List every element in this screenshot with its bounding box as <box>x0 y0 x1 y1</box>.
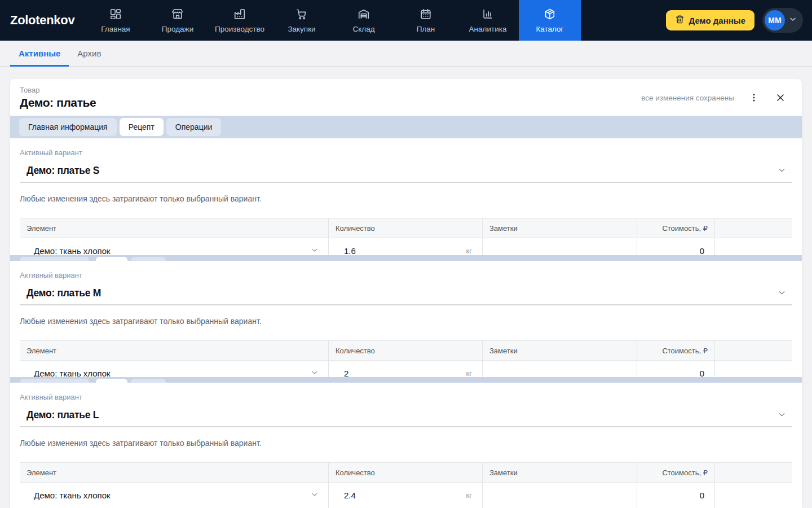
chevron-down-icon <box>777 288 787 297</box>
cost-value: 0 <box>637 361 715 377</box>
nav-item-production[interactable]: Производство <box>209 0 271 41</box>
variant-hint: Любые изменения здесь затрагивают только… <box>20 194 792 203</box>
element-select[interactable]: Демо: ткань хлопок <box>20 238 329 255</box>
row-actions-cell <box>715 238 792 255</box>
col-header-cost: Стоимость, ₽ <box>637 218 715 238</box>
demo-data-button[interactable]: Демо данные <box>666 10 754 30</box>
chevron-down-icon <box>777 165 787 175</box>
quantity-unit: кг <box>466 491 472 500</box>
col-header-quantity: Количество <box>329 340 483 361</box>
tab-recipe[interactable]: Рецепт <box>120 118 164 136</box>
variant-section-s: Активный вариант Демо: платье S Любые из… <box>10 138 802 255</box>
store-icon <box>171 8 184 23</box>
quantity-input[interactable]: 1.6 кг <box>329 238 483 255</box>
variant-hint: Любые изменения здесь затрагивают только… <box>20 439 792 448</box>
quantity-value: 2 <box>344 369 348 377</box>
notes-input[interactable] <box>483 238 637 255</box>
col-header-cost: Стоимость, ₽ <box>637 340 715 361</box>
recipe-table: Элемент Количество Заметки Стоимость, ₽ … <box>20 340 792 377</box>
cart-icon <box>295 8 308 23</box>
variant-select[interactable]: Демо: платье M <box>20 286 792 305</box>
chevron-down-icon <box>310 368 319 377</box>
quantity-input[interactable]: 2.4 кг <box>329 483 483 508</box>
active-variant-caption: Активный вариант <box>20 393 792 401</box>
nav-item-label: Продажи <box>162 25 193 33</box>
product-card-header: Товар Демо: платье все изменения сохране… <box>10 79 802 116</box>
user-menu[interactable]: MM <box>762 8 803 33</box>
col-header-cost: Стоимость, ₽ <box>637 462 715 483</box>
nav-item-label: Закупки <box>288 25 315 33</box>
nav-item-label: Склад <box>352 25 374 33</box>
tab-active-items[interactable]: Активные <box>10 41 69 66</box>
chevron-down-icon <box>310 490 319 501</box>
recipe-table: Элемент Количество Заметки Стоимость, ₽ … <box>20 218 792 255</box>
variant-section-m: Активный вариант Демо: платье M Любые из… <box>10 261 802 377</box>
nav-item-label: Аналитика <box>469 25 507 33</box>
variant-section-l: Активный вариант Демо: платье L Любые из… <box>10 383 802 508</box>
quantity-unit: кг <box>466 369 472 377</box>
notes-input[interactable] <box>483 361 637 377</box>
cost-value: 0 <box>637 238 715 255</box>
main-navigation: Главная Продажи Производство Закупки Скл… <box>85 0 581 41</box>
catalog-tabs: Активные Архив <box>0 41 812 67</box>
saved-status: все изменения сохранены <box>641 94 734 102</box>
col-header-quantity: Количество <box>329 218 483 238</box>
quantity-unit: кг <box>466 247 472 255</box>
stacked-card-edge <box>10 377 802 383</box>
tab-operations[interactable]: Операции <box>166 118 222 136</box>
nav-item-plan[interactable]: План <box>395 0 457 41</box>
nav-item-analytics[interactable]: Аналитика <box>457 0 519 41</box>
quantity-value: 2.4 <box>344 491 356 500</box>
table-row: Демо: ткань хлопок 2 кг 0 <box>20 361 792 377</box>
factory-icon <box>233 8 246 23</box>
nav-item-label: План <box>417 25 435 33</box>
nav-item-label: Каталог <box>536 25 563 33</box>
demo-data-button-label: Демо данные <box>689 16 745 25</box>
nav-item-home[interactable]: Главная <box>85 0 147 41</box>
element-select[interactable]: Демо: ткань хлопок <box>20 361 329 377</box>
tab-main-info[interactable]: Главная информация <box>19 118 117 136</box>
notes-input[interactable] <box>483 483 637 508</box>
chevron-down-icon <box>788 15 797 26</box>
kebab-menu-icon[interactable] <box>748 91 760 104</box>
nav-item-label: Производство <box>215 25 264 33</box>
quantity-input[interactable]: 2 кг <box>329 361 483 377</box>
product-title: Демо: платье <box>20 96 96 110</box>
brand-logo[interactable]: Zolotenkov <box>0 0 85 41</box>
row-actions-cell <box>715 361 792 377</box>
product-card: Товар Демо: платье все изменения сохране… <box>10 79 802 508</box>
analytics-icon <box>482 8 494 23</box>
recipe-table: Элемент Количество Заметки Стоимость, ₽ … <box>20 462 792 508</box>
variant-select-value: Демо: платье S <box>27 165 99 176</box>
nav-item-warehouse[interactable]: Склад <box>333 0 395 41</box>
calendar-icon <box>420 8 432 23</box>
avatar: MM <box>765 10 785 30</box>
trash-icon <box>675 15 685 26</box>
active-variant-caption: Активный вариант <box>20 271 792 279</box>
nav-item-catalog[interactable]: Каталог <box>519 0 581 41</box>
variant-select-value: Демо: платье M <box>27 287 101 299</box>
top-navbar: Zolotenkov Главная Продажи Производство … <box>0 0 812 41</box>
col-header-actions <box>715 340 792 361</box>
element-select-value: Демо: ткань хлопок <box>34 491 111 500</box>
tab-archive[interactable]: Архив <box>69 41 109 66</box>
stacked-card-edge <box>10 255 802 261</box>
col-header-notes: Заметки <box>483 218 637 238</box>
product-card-tab-strip: Главная информация Рецепт Операции <box>10 116 802 138</box>
table-row: Демо: ткань хлопок 1.6 кг 0 <box>20 238 792 255</box>
navbar-right: Демо данные MM <box>666 0 812 41</box>
row-actions-cell <box>715 483 792 508</box>
nav-item-purchasing[interactable]: Закупки <box>271 0 333 41</box>
table-header-row: Элемент Количество Заметки Стоимость, ₽ <box>20 340 792 361</box>
cost-value: 0 <box>637 483 715 508</box>
nav-item-sales[interactable]: Продажи <box>147 0 209 41</box>
close-icon[interactable] <box>774 91 787 104</box>
col-header-quantity: Количество <box>329 462 483 483</box>
col-header-element: Элемент <box>20 218 329 238</box>
variant-select[interactable]: Демо: платье S <box>20 164 792 183</box>
col-header-actions <box>715 218 792 238</box>
variant-select[interactable]: Демо: платье L <box>20 408 792 427</box>
table-row: Демо: ткань хлопок 2.4 кг 0 <box>20 483 792 508</box>
element-select[interactable]: Демо: ткань хлопок <box>20 483 329 508</box>
dashboard-icon <box>109 8 122 23</box>
